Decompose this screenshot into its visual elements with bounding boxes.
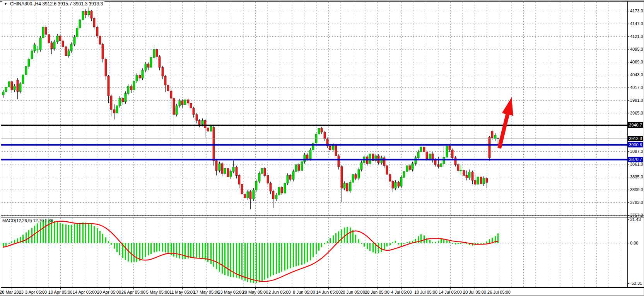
candle-bullish [116,106,118,113]
price-axis-label: 4147.0 [630,21,643,26]
candle-bullish [261,169,263,174]
candle-bearish [207,128,209,131]
candle-bullish [145,64,147,70]
candle-bullish [255,181,257,190]
candle-bearish [105,59,107,76]
candle-bearish [264,169,266,176]
candle-bearish [113,110,115,113]
candle-bearish [281,187,283,193]
candle-bullish [150,58,152,67]
candle-bearish [238,175,240,184]
candle-bearish [181,101,183,104]
candle-bullish [73,37,75,44]
candle-bullish [184,100,186,105]
candle-bullish [8,82,10,87]
candle-bearish [398,182,400,186]
candle-bearish [241,184,243,194]
macd-histogram [3,219,498,283]
candle-bullish [14,86,15,90]
candle-bearish [489,137,490,157]
price-axis-label: 4017.0 [630,85,643,90]
candle-bullish [295,164,297,171]
price-axis-label: 3861.0 [630,162,643,167]
candle-bearish [187,100,189,103]
candle-bearish [65,47,67,56]
candle-bearish [110,96,112,110]
candle-bullish [369,154,371,164]
candle-bearish [196,115,198,120]
candle-bearish [355,175,357,178]
candle-bullish [179,101,181,106]
candle-bullish [343,183,345,188]
candle-bearish [236,167,237,176]
mt4-chart-window: ▼ CHINA300-,H4 3912.6 3915.7 3901.3 3913… [0,0,644,296]
candle-bearish [102,44,104,59]
candle-bearish [93,18,95,27]
candle-bullish [133,81,135,90]
candle-bearish [59,36,61,41]
candle-bullish [253,190,255,199]
candle-bullish [412,164,413,169]
candlesticks [2,7,499,209]
candle-bearish [221,164,223,173]
candle-bullish [352,175,354,182]
candle-bullish [2,92,4,95]
candle-bullish [477,177,479,184]
candle-bullish [136,75,138,81]
price-axis-label: 3835.0 [630,175,643,180]
candle-bearish [96,27,98,36]
candle-bearish [159,56,161,67]
candle-bullish [403,171,405,177]
macd-axis-label: 0.00 [630,241,643,246]
candle-bearish [463,171,465,176]
candle-bullish [332,145,334,150]
candle-bearish [190,103,192,108]
candle-bullish [284,183,286,193]
candle-bullish [406,166,408,171]
price-axis-label: 4095.0 [630,47,643,52]
price-line-badge: 3940.7 [628,122,643,128]
candle-bearish [270,183,272,191]
candle-bearish [386,166,388,175]
symbol-dropdown-icon[interactable]: ▼ [4,2,7,6]
candle-bullish [275,195,277,199]
candle-bullish [360,163,362,169]
macd-axis-label: 31.43 [630,217,643,222]
candle-bearish [85,11,87,15]
symbol-ohlc-title: CHINA300-,H4 3912.6 3915.7 3901.3 3913.3 [10,1,103,7]
candle-bullish [68,51,70,56]
candle-bearish [17,80,19,91]
candle-bearish [432,154,434,160]
candle-bullish [210,126,212,131]
candle-bearish [249,192,251,199]
candle-bearish [437,164,439,166]
candle-bullish [119,98,121,106]
candle-bullish [28,59,30,67]
candle-bullish [440,164,442,167]
candle-bearish [451,150,453,157]
candle-bullish [31,51,33,59]
candle-bearish [321,128,323,132]
trend-arrow-shaft[interactable] [499,112,508,148]
time-axis-label: 26 Jul 05:00 [482,290,516,295]
main-macd-separator [1,216,644,216]
candle-bullish [446,146,448,157]
candle-bearish [457,164,459,170]
trend-arrow-head[interactable] [502,97,513,116]
candle-bullish [79,20,81,28]
candle-bearish [122,98,124,102]
candle-bullish [318,128,320,134]
candle-bullish [125,93,126,102]
candle-bullish [429,154,431,159]
candle-bullish [415,158,417,164]
candle-bearish [423,147,425,152]
price-axis-label: 4043.0 [630,72,643,77]
candle-bullish [258,173,260,181]
candle-bullish [349,182,351,191]
candle-bearish [335,145,337,156]
candle-bullish [176,106,178,115]
candle-bullish [494,135,496,139]
candle-bearish [244,194,246,198]
candle-bullish [395,182,396,188]
candle-bearish [147,64,149,67]
